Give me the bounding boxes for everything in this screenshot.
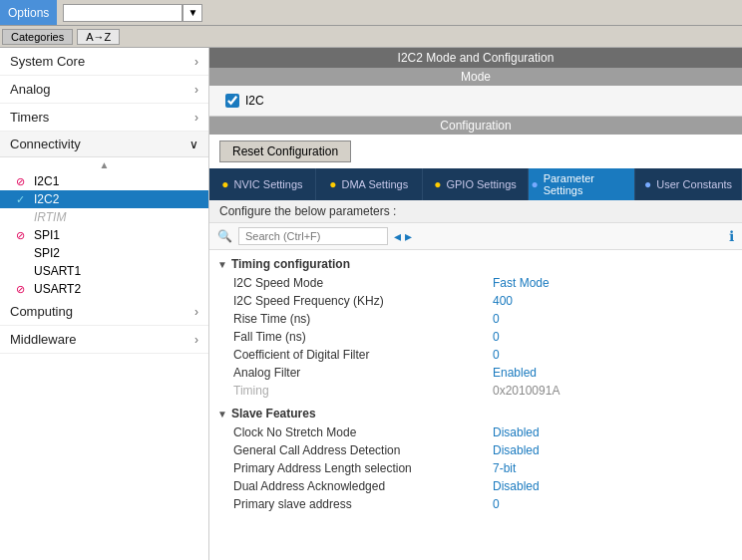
tab-label-gpio: GPIO Settings: [446, 178, 516, 190]
table-row: Primary Address Length selection 7-bit: [209, 459, 742, 477]
param-name: Timing: [233, 384, 493, 398]
sidebar-item-system-core[interactable]: System Core ›: [0, 48, 208, 76]
group-label-slave: Slave Features: [231, 407, 316, 420]
config-section-label: Configuration: [209, 117, 742, 135]
atoz-button[interactable]: A→Z: [77, 29, 120, 45]
param-value[interactable]: Disabled: [493, 479, 540, 493]
dropdown-arrow-icon: ▼: [187, 7, 197, 18]
param-value[interactable]: 0: [493, 312, 500, 326]
param-name: Clock No Stretch Mode: [233, 425, 493, 439]
search-input[interactable]: [238, 227, 388, 245]
error-icon: ⊘: [16, 229, 30, 242]
options-menu[interactable]: Options: [0, 0, 57, 25]
tabs-row: ● NVIC Settings ● DMA Settings ● GPIO Se…: [209, 168, 742, 200]
scroll-up-arrow[interactable]: ▲: [0, 157, 208, 172]
search-bar: 🔍 ◂ ▸ ℹ: [209, 223, 742, 250]
param-value[interactable]: 7-bit: [493, 461, 516, 475]
param-value[interactable]: 0: [493, 497, 500, 511]
sidebar-label-connectivity: Connectivity: [10, 137, 81, 151]
collapse-arrow-icon: ▼: [217, 409, 227, 420]
sidebar-item-usart2[interactable]: ⊘ USART2: [0, 280, 208, 298]
i2c1-label: I2C1: [34, 174, 59, 188]
sidebar-item-usart1[interactable]: USART1: [0, 262, 208, 280]
param-name: Primary slave address: [233, 497, 493, 511]
sidebar-item-spi2[interactable]: SPI2: [0, 244, 208, 262]
categories-bar: Categories A→Z: [0, 26, 742, 48]
sidebar-item-i2c2[interactable]: ✓ I2C2: [0, 190, 208, 208]
tab-icon-dma: ●: [329, 177, 336, 191]
tab-dma[interactable]: ● DMA Settings: [316, 168, 423, 200]
config-section: Configuration Reset Configuration ● NVIC…: [209, 117, 742, 560]
chevron-right-icon: ›: [194, 83, 198, 97]
group-label-timing: Timing configuration: [231, 257, 350, 271]
sidebar-label-timers: Timers: [10, 110, 49, 125]
next-arrow-icon[interactable]: ▸: [405, 228, 412, 244]
sidebar-item-computing[interactable]: Computing ›: [0, 298, 208, 326]
content-title: I2C2 Mode and Configuration: [209, 48, 742, 68]
param-value[interactable]: Fast Mode: [493, 276, 550, 290]
chevron-right-icon: ›: [194, 305, 198, 319]
sidebar-item-timers[interactable]: Timers ›: [0, 104, 208, 132]
search-dropdown[interactable]: ▼: [183, 4, 202, 22]
nav-arrows: ◂ ▸: [394, 228, 412, 244]
sidebar: System Core › Analog › Timers › Connecti…: [0, 48, 209, 560]
sidebar-item-i2c1[interactable]: ⊘ I2C1: [0, 172, 208, 190]
tab-user-constants[interactable]: ● User Constants: [635, 168, 742, 200]
sidebar-label-middleware: Middleware: [10, 332, 76, 347]
prev-arrow-icon[interactable]: ◂: [394, 228, 401, 244]
mode-section-label: Mode: [209, 68, 742, 86]
param-value[interactable]: Disabled: [493, 443, 540, 457]
tab-icon-user-constants: ●: [644, 177, 651, 191]
param-name: General Call Address Detection: [233, 443, 493, 457]
param-name: Fall Time (ns): [233, 330, 493, 344]
group-header-timing[interactable]: ▼ Timing configuration: [209, 254, 742, 274]
table-row: Fall Time (ns) 0: [209, 328, 742, 346]
tab-label-parameter: Parameter Settings: [544, 172, 633, 196]
sidebar-label-computing: Computing: [10, 304, 73, 319]
i2c-label: I2C: [245, 94, 264, 108]
sidebar-item-connectivity[interactable]: Connectivity ∨: [0, 132, 208, 157]
group-header-slave[interactable]: ▼ Slave Features: [209, 404, 742, 423]
group-timing: ▼ Timing configuration I2C Speed Mode Fa…: [209, 254, 742, 400]
sidebar-item-spi1[interactable]: ⊘ SPI1: [0, 226, 208, 244]
chevron-down-icon: ∨: [189, 138, 198, 151]
check-icon: ✓: [16, 193, 30, 206]
i2c-checkbox[interactable]: [225, 94, 239, 108]
i2c-mode-row: I2C: [225, 94, 726, 108]
params-area: ▼ Timing configuration I2C Speed Mode Fa…: [209, 250, 742, 560]
param-value[interactable]: 0: [493, 330, 500, 344]
param-value[interactable]: 400: [493, 294, 513, 308]
search-wrap: ▼: [63, 4, 742, 22]
tab-label-dma: DMA Settings: [342, 178, 409, 190]
categories-button[interactable]: Categories: [2, 29, 73, 45]
tab-parameter[interactable]: ● Parameter Settings: [529, 168, 635, 200]
param-value[interactable]: 0x2010091A: [493, 384, 559, 398]
table-row: I2C Speed Mode Fast Mode: [209, 274, 742, 292]
param-name: I2C Speed Mode: [233, 276, 493, 290]
top-search-input[interactable]: [63, 4, 183, 22]
sidebar-item-irtim[interactable]: IRTIM: [0, 208, 208, 226]
reset-configuration-button[interactable]: Reset Configuration: [219, 140, 351, 162]
tab-gpio[interactable]: ● GPIO Settings: [423, 168, 530, 200]
sidebar-item-middleware[interactable]: Middleware ›: [0, 326, 208, 354]
info-icon[interactable]: ℹ: [729, 228, 734, 244]
error-icon: ⊘: [16, 175, 30, 188]
sidebar-item-analog[interactable]: Analog ›: [0, 76, 208, 104]
param-value[interactable]: Enabled: [493, 366, 537, 380]
chevron-right-icon: ›: [194, 111, 198, 125]
tab-nvic[interactable]: ● NVIC Settings: [209, 168, 316, 200]
group-slave: ▼ Slave Features Clock No Stretch Mode D…: [209, 404, 742, 513]
options-label: Options: [8, 6, 49, 20]
table-row: Timing 0x2010091A: [209, 382, 742, 400]
tab-icon-parameter: ●: [531, 177, 538, 191]
i2c2-label: I2C2: [34, 192, 59, 206]
spi2-label: SPI2: [34, 246, 60, 260]
sidebar-label-analog: Analog: [10, 82, 50, 97]
param-value[interactable]: 0: [493, 348, 500, 362]
connectivity-sub-items: ▲ ⊘ I2C1 ✓ I2C2 IRTIM ⊘ SPI1 SPI2: [0, 157, 208, 298]
chevron-right-icon: ›: [194, 55, 198, 69]
param-value[interactable]: Disabled: [493, 425, 540, 439]
tab-icon-nvic: ●: [221, 177, 228, 191]
usart1-label: USART1: [34, 264, 81, 278]
param-name: Dual Address Acknowledged: [233, 479, 493, 493]
